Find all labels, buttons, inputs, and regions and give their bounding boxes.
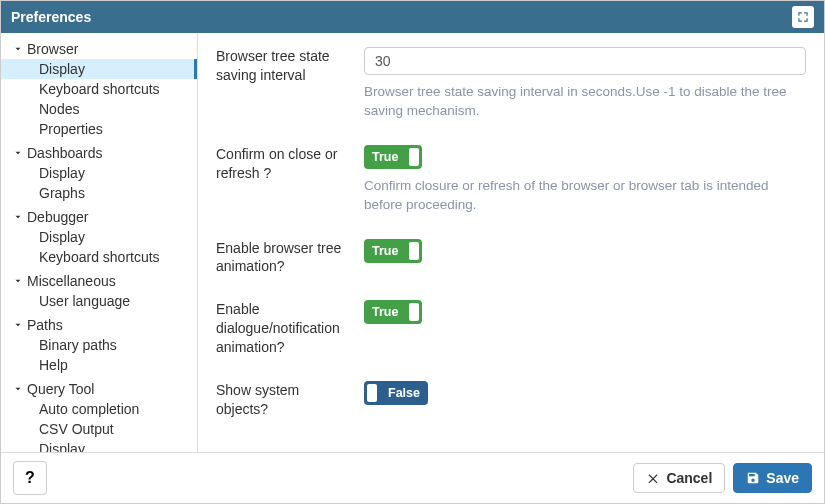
interval-input[interactable] bbox=[364, 47, 806, 75]
tree-anim-toggle[interactable]: True bbox=[364, 239, 422, 263]
tree-group-header[interactable]: Paths bbox=[1, 315, 197, 335]
setting-help: Browser tree state saving interval in se… bbox=[364, 83, 806, 121]
tree-group-header[interactable]: Dashboards bbox=[1, 143, 197, 163]
preferences-tree[interactable]: BrowserDisplayKeyboard shortcutsNodesPro… bbox=[1, 33, 198, 452]
tree-item[interactable]: Auto completion bbox=[1, 399, 197, 419]
tree-item[interactable]: User language bbox=[1, 291, 197, 311]
confirm-close-toggle[interactable]: True bbox=[364, 145, 422, 169]
cancel-button[interactable]: Cancel bbox=[633, 463, 725, 493]
chevron-down-icon bbox=[13, 384, 23, 394]
chevron-down-icon bbox=[13, 44, 23, 54]
toggle-knob bbox=[409, 148, 419, 166]
setting-show-system: Show system objects? False bbox=[216, 381, 806, 419]
setting-label: Show system objects? bbox=[216, 381, 346, 419]
tree-item[interactable]: Display bbox=[1, 227, 197, 247]
tree-group-header[interactable]: Query Tool bbox=[1, 379, 197, 399]
tree-group: PathsBinary pathsHelp bbox=[1, 313, 197, 377]
setting-dialog-anim: Enable dialogue/notification animation? … bbox=[216, 300, 806, 357]
tree-group-label: Miscellaneous bbox=[27, 273, 116, 289]
setting-confirm-close: Confirm on close or refresh ? True Confi… bbox=[216, 145, 806, 215]
setting-control: True bbox=[364, 300, 806, 357]
tree-group-header[interactable]: Browser bbox=[1, 39, 197, 59]
dialog-body: BrowserDisplayKeyboard shortcutsNodesPro… bbox=[1, 33, 824, 453]
tree-items: DisplayKeyboard shortcutsNodesProperties bbox=[1, 59, 197, 139]
chevron-down-icon bbox=[13, 212, 23, 222]
tree-group-label: Debugger bbox=[27, 209, 89, 225]
tree-item[interactable]: Binary paths bbox=[1, 335, 197, 355]
dialog-footer: ? Cancel Save bbox=[1, 453, 824, 503]
setting-control: False bbox=[364, 381, 806, 419]
tree-group-label: Browser bbox=[27, 41, 78, 57]
setting-label: Enable browser tree animation? bbox=[216, 239, 346, 277]
save-icon bbox=[746, 471, 760, 485]
tree-item[interactable]: Properties bbox=[1, 119, 197, 139]
setting-control: True Confirm closure or refresh of the b… bbox=[364, 145, 806, 215]
help-icon: ? bbox=[25, 469, 35, 487]
tree-group-header[interactable]: Debugger bbox=[1, 207, 197, 227]
chevron-down-icon bbox=[13, 148, 23, 158]
tree-item[interactable]: Help bbox=[1, 355, 197, 375]
toggle-label: True bbox=[364, 150, 406, 164]
titlebar: Preferences bbox=[1, 1, 824, 33]
tree-group: MiscellaneousUser language bbox=[1, 269, 197, 313]
toggle-label: False bbox=[380, 386, 428, 400]
setting-tree-anim: Enable browser tree animation? True bbox=[216, 239, 806, 277]
tree-item[interactable]: Keyboard shortcuts bbox=[1, 79, 197, 99]
setting-interval: Browser tree state saving interval Brows… bbox=[216, 47, 806, 121]
toggle-knob bbox=[409, 303, 419, 321]
chevron-down-icon bbox=[13, 320, 23, 330]
show-system-toggle[interactable]: False bbox=[364, 381, 428, 405]
cancel-label: Cancel bbox=[666, 470, 712, 486]
save-button[interactable]: Save bbox=[733, 463, 812, 493]
tree-group: Query ToolAuto completionCSV OutputDispl… bbox=[1, 377, 197, 452]
setting-control: Browser tree state saving interval in se… bbox=[364, 47, 806, 121]
tree-items: DisplayKeyboard shortcuts bbox=[1, 227, 197, 267]
tree-item[interactable]: Keyboard shortcuts bbox=[1, 247, 197, 267]
settings-panel: Browser tree state saving interval Brows… bbox=[198, 33, 824, 452]
toggle-label: True bbox=[364, 244, 406, 258]
save-label: Save bbox=[766, 470, 799, 486]
tree-items: Binary pathsHelp bbox=[1, 335, 197, 375]
close-icon bbox=[646, 471, 660, 485]
tree-group-label: Paths bbox=[27, 317, 63, 333]
dialog-title: Preferences bbox=[11, 9, 91, 25]
setting-label: Confirm on close or refresh ? bbox=[216, 145, 346, 215]
tree-items: Auto completionCSV OutputDisplayExplain bbox=[1, 399, 197, 452]
tree-item[interactable]: Graphs bbox=[1, 183, 197, 203]
setting-help: Confirm closure or refresh of the browse… bbox=[364, 177, 806, 215]
tree-items: DisplayGraphs bbox=[1, 163, 197, 203]
tree-items: User language bbox=[1, 291, 197, 311]
dialog-anim-toggle[interactable]: True bbox=[364, 300, 422, 324]
toggle-label: True bbox=[364, 305, 406, 319]
tree-item[interactable]: Display bbox=[1, 59, 197, 79]
tree-group: BrowserDisplayKeyboard shortcutsNodesPro… bbox=[1, 37, 197, 141]
maximize-button[interactable] bbox=[792, 6, 814, 28]
chevron-down-icon bbox=[13, 276, 23, 286]
setting-control: True bbox=[364, 239, 806, 277]
tree-group: DebuggerDisplayKeyboard shortcuts bbox=[1, 205, 197, 269]
tree-item[interactable]: Nodes bbox=[1, 99, 197, 119]
tree-group-header[interactable]: Miscellaneous bbox=[1, 271, 197, 291]
tree-item[interactable]: CSV Output bbox=[1, 419, 197, 439]
maximize-icon bbox=[796, 10, 810, 24]
tree-item[interactable]: Display bbox=[1, 439, 197, 452]
setting-label: Enable dialogue/notification animation? bbox=[216, 300, 346, 357]
preferences-dialog: Preferences BrowserDisplayKeyboard short… bbox=[0, 0, 825, 504]
tree-group-label: Query Tool bbox=[27, 381, 94, 397]
tree-item[interactable]: Display bbox=[1, 163, 197, 183]
help-button[interactable]: ? bbox=[13, 461, 47, 495]
tree-group-label: Dashboards bbox=[27, 145, 103, 161]
toggle-knob bbox=[367, 384, 377, 402]
tree-group: DashboardsDisplayGraphs bbox=[1, 141, 197, 205]
toggle-knob bbox=[409, 242, 419, 260]
setting-label: Browser tree state saving interval bbox=[216, 47, 346, 121]
